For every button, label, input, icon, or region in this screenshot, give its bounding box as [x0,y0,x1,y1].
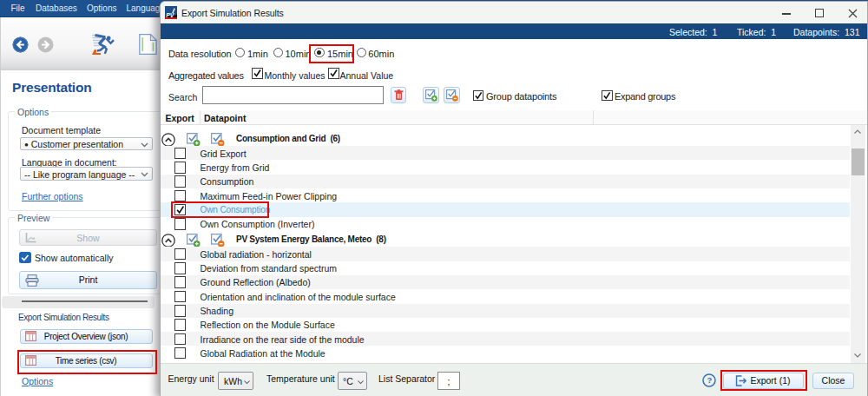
svg-text:PV: PV [166,12,175,18]
svg-text:?: ? [707,375,712,385]
